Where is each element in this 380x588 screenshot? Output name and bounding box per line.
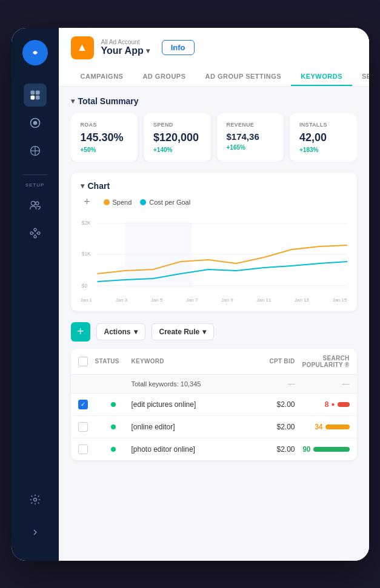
total-dash-2: — bbox=[295, 380, 350, 388]
row1-search-num: 8 bbox=[325, 400, 329, 409]
body-area: ▾ Total Summary ROAS 145.30% +50% Spend … bbox=[59, 87, 369, 561]
card-revenue-label: Revenue bbox=[227, 122, 275, 128]
info-button[interactable]: Info bbox=[162, 40, 195, 55]
th-keyword: Keyword bbox=[132, 358, 253, 365]
row2-search-bar bbox=[325, 424, 350, 429]
chart-section: ▾ Chart + Spend Cost per Goal bbox=[71, 173, 357, 311]
legend-cost-per-goal: Cost per Goal bbox=[140, 199, 190, 206]
sidebar-logo[interactable] bbox=[22, 40, 48, 65]
sidebar: SETUP bbox=[12, 28, 59, 561]
create-rule-label: Create Rule bbox=[159, 328, 200, 336]
table-row: [photo editor online] $2.00 90 bbox=[71, 438, 357, 460]
app-icon: ▲ bbox=[71, 36, 94, 59]
row3-status-dot bbox=[111, 447, 116, 452]
card-spend-label: Spend bbox=[153, 122, 201, 128]
chart-add-button[interactable]: + bbox=[81, 196, 94, 209]
summary-chevron: ▾ bbox=[71, 97, 75, 105]
table-header-row: Status Keyword CPT Bid Search Popularity… bbox=[71, 349, 357, 375]
row1-cpt: $2.00 bbox=[253, 400, 295, 409]
row1-checkbox[interactable] bbox=[78, 400, 88, 409]
row2-checkbox[interactable] bbox=[78, 422, 88, 432]
chart-legend: Spend Cost per Goal bbox=[104, 199, 191, 206]
actions-dropdown[interactable]: Actions ▾ bbox=[96, 323, 145, 340]
tab-ad-groups[interactable]: AD GROUPS bbox=[133, 68, 195, 86]
add-keyword-button[interactable]: + bbox=[71, 322, 90, 342]
app-title-group: All Ad Account Your App ▾ bbox=[101, 39, 150, 56]
create-rule-dropdown[interactable]: Create Rule ▾ bbox=[152, 323, 215, 340]
row3-search-num: 90 bbox=[302, 445, 310, 454]
sidebar-item-users[interactable] bbox=[24, 194, 47, 217]
svg-point-15 bbox=[33, 235, 36, 237]
row3-cpt: $2.00 bbox=[253, 445, 295, 454]
sidebar-item-expand[interactable] bbox=[24, 521, 47, 544]
row1-keyword: [edit pictures online] bbox=[132, 400, 253, 409]
app-name[interactable]: Your App ▾ bbox=[101, 45, 150, 56]
row2-checkbox-cell bbox=[78, 422, 95, 432]
sidebar-item-dashboard[interactable] bbox=[24, 84, 47, 107]
tab-campaigns[interactable]: CAMPAIGNS bbox=[71, 68, 133, 86]
summary-title: Total Summary bbox=[78, 96, 139, 106]
total-dash-1: — bbox=[253, 380, 295, 388]
card-installs: Installs 42,00 +183% bbox=[290, 113, 357, 162]
card-roas-label: ROAS bbox=[81, 122, 128, 128]
header-top: ▲ All Ad Account Your App ▾ Info bbox=[71, 36, 357, 59]
sidebar-item-settings[interactable] bbox=[24, 488, 47, 511]
create-rule-chevron: ▾ bbox=[202, 328, 206, 336]
tab-search[interactable]: SEARCH bbox=[352, 68, 369, 86]
row2-search: 34 bbox=[295, 423, 350, 431]
svg-point-13 bbox=[33, 228, 36, 231]
chart-header: + Spend Cost per Goal bbox=[81, 196, 347, 209]
row3-keyword: [photo editor online] bbox=[132, 445, 253, 454]
th-cpt: CPT Bid bbox=[253, 358, 295, 365]
row1-dot: ● bbox=[331, 401, 335, 408]
svg-text:$0: $0 bbox=[81, 282, 87, 288]
th-status: Status bbox=[95, 358, 132, 365]
legend-cpg-dot bbox=[140, 199, 146, 205]
row3-checkbox[interactable] bbox=[78, 444, 88, 454]
card-spend-value: $120,000 bbox=[153, 131, 201, 144]
card-revenue-value: $174,36 bbox=[227, 131, 275, 142]
row3-search-bar bbox=[313, 447, 350, 452]
table-row: [edit pictures online] $2.00 8 ● bbox=[71, 394, 357, 416]
card-revenue: Revenue $174,36 +165% bbox=[217, 113, 284, 162]
legend-spend-label: Spend bbox=[113, 199, 132, 206]
main-content: ▲ All Ad Account Your App ▾ Info CAMPAIG… bbox=[59, 28, 369, 561]
table-header-checkbox[interactable] bbox=[78, 357, 88, 366]
card-installs-value: 42,00 bbox=[299, 131, 347, 144]
svg-rect-2 bbox=[35, 90, 39, 94]
account-label: All Ad Account bbox=[101, 39, 150, 45]
svg-rect-1 bbox=[30, 90, 35, 94]
th-search-popularity: Search Popularity ® bbox=[295, 355, 350, 368]
row1-search-bar bbox=[338, 402, 350, 407]
card-revenue-change: +165% bbox=[227, 144, 275, 151]
tab-keywords[interactable]: KEYWORDS bbox=[291, 68, 352, 86]
card-roas-value: 145.30% bbox=[81, 131, 128, 144]
row2-status bbox=[95, 424, 132, 429]
summary-section-header: ▾ Total Summary bbox=[71, 96, 357, 106]
sidebar-item-campaigns[interactable] bbox=[24, 111, 47, 134]
svg-point-12 bbox=[30, 231, 33, 234]
chart-area: $2K $1K $0 bbox=[81, 216, 347, 295]
row3-checkbox-cell bbox=[78, 444, 95, 454]
total-keywords-label: Totall keywords: 10,345 bbox=[132, 380, 253, 388]
summary-cards: ROAS 145.30% +50% Spend $120,000 +140% R… bbox=[71, 113, 357, 162]
x-label-jan13: Jan 13 bbox=[295, 297, 309, 303]
card-roas: ROAS 145.30% +50% bbox=[71, 113, 138, 162]
x-label-jan9: Jan 9 bbox=[221, 297, 233, 303]
table-total-row: Totall keywords: 10,345 — — bbox=[71, 375, 357, 394]
sidebar-divider bbox=[23, 174, 47, 175]
tab-ad-group-settings[interactable]: AD GROUP SETTINGS bbox=[196, 68, 292, 86]
sidebar-item-connections[interactable] bbox=[24, 222, 47, 245]
sidebar-bottom bbox=[24, 488, 47, 549]
x-label-jan3: Jan 3 bbox=[116, 297, 128, 303]
row3-status bbox=[95, 447, 132, 452]
legend-spend: Spend bbox=[104, 199, 132, 206]
sidebar-item-targeting[interactable] bbox=[24, 139, 47, 162]
th-checkbox bbox=[78, 357, 95, 366]
svg-point-14 bbox=[37, 231, 39, 234]
chart-chevron: ▾ bbox=[81, 182, 84, 190]
row1-status bbox=[95, 402, 132, 407]
x-label-jan11: Jan 11 bbox=[256, 297, 271, 303]
chart-title: Chart bbox=[88, 181, 110, 191]
row1-status-dot bbox=[111, 402, 116, 407]
